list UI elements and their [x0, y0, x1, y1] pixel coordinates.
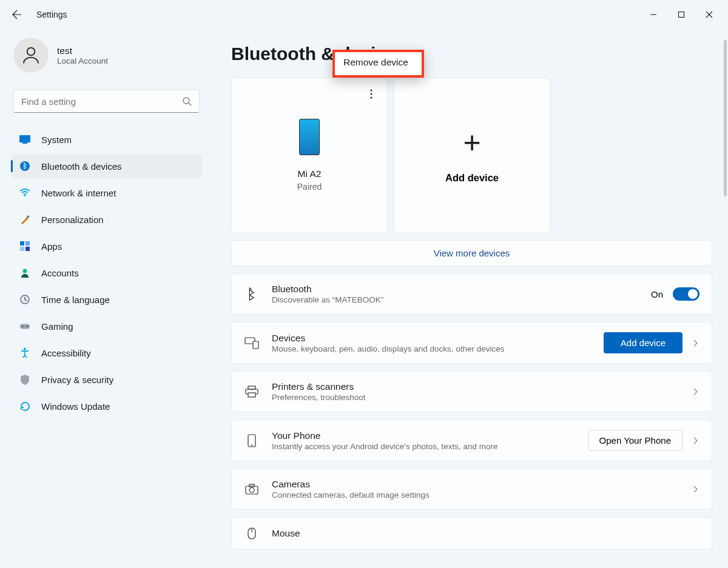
bluetooth-row-icon [244, 287, 260, 301]
back-arrow-icon [12, 10, 22, 19]
svg-rect-27 [248, 393, 255, 397]
nav-time[interactable]: Time & language [11, 287, 202, 312]
device-name: Mi A2 [298, 169, 322, 179]
nav-label: Accounts [41, 268, 79, 278]
bluetooth-title: Bluetooth [272, 284, 639, 295]
svg-rect-16 [20, 324, 30, 329]
printers-panel: Printers & scanners Preferences, trouble… [231, 371, 712, 412]
plus-icon: + [463, 127, 480, 158]
search-input[interactable] [21, 96, 182, 107]
minimize-button[interactable] [639, 5, 667, 24]
devices-panel: Devices Mouse, keyboard, pen, audio, dis… [231, 322, 712, 364]
devices-title: Devices [272, 333, 592, 344]
nav-apps[interactable]: Apps [11, 234, 202, 258]
device-more-button[interactable] [364, 87, 379, 101]
back-button[interactable] [5, 2, 29, 27]
close-icon [706, 11, 713, 18]
cameras-panel: Cameras Connected cameras, default image… [231, 469, 712, 510]
accounts-icon [19, 267, 30, 278]
svg-rect-25 [248, 386, 255, 389]
svg-point-14 [23, 269, 27, 273]
your-phone-title: Your Phone [272, 430, 576, 441]
device-card-mia2[interactable]: Mi A2 Paired [231, 78, 388, 233]
scrollbar-thumb[interactable] [724, 40, 727, 196]
svg-point-22 [370, 96, 372, 98]
nav-bluetooth[interactable]: Bluetooth & devices [11, 154, 202, 178]
nav-label: Privacy & security [41, 375, 113, 385]
avatar [13, 38, 49, 73]
add-device-card[interactable]: + Add device [394, 78, 550, 233]
window-controls [639, 5, 723, 24]
wifi-icon [19, 187, 30, 198]
nav-label: Windows Update [41, 401, 110, 412]
nav-network[interactable]: Network & internet [11, 181, 202, 205]
cameras-sub: Connected cameras, default image setting… [272, 490, 680, 500]
maximize-button[interactable] [667, 5, 695, 24]
toggle-state: On [651, 289, 663, 299]
nav-gaming[interactable]: Gaming [11, 314, 202, 338]
printers-sub: Preferences, troubleshoot [272, 393, 680, 402]
bluetooth-icon [19, 161, 30, 172]
account-type: Local Account [57, 56, 108, 65]
nav-label: Network & internet [41, 188, 116, 198]
chevron-right-icon [692, 486, 699, 493]
nav-accessibility[interactable]: Accessibility [11, 341, 202, 365]
printers-row[interactable]: Printers & scanners Preferences, trouble… [232, 372, 712, 412]
search-box[interactable] [13, 90, 200, 113]
chevron-right-icon [692, 339, 699, 347]
svg-rect-1 [679, 12, 684, 18]
view-more-link[interactable]: View more devices [232, 241, 712, 266]
profile-block[interactable]: test Local Account [11, 34, 202, 81]
devices-row[interactable]: Devices Mouse, keyboard, pen, audio, dis… [232, 322, 712, 363]
add-device-label: Add device [445, 172, 499, 184]
nav-label: Apps [41, 241, 62, 252]
your-phone-row[interactable]: Your Phone Instantly access your Android… [232, 420, 712, 461]
nav-privacy[interactable]: Privacy & security [11, 367, 202, 392]
main-content: Bluetooth & devices Mi A2 Paired + Add d… [209, 29, 728, 568]
bluetooth-toggle[interactable] [673, 287, 699, 301]
bluetooth-toggle-panel: Bluetooth Discoverable as “MATEBOOK” On [231, 273, 712, 315]
search-icon [182, 96, 192, 106]
sidebar: test Local Account System Bluetooth & de… [0, 29, 209, 568]
nav-label: Time & language [41, 295, 110, 305]
nav-accounts[interactable]: Accounts [11, 261, 202, 285]
svg-point-18 [27, 326, 28, 327]
system-icon [19, 134, 30, 145]
mouse-row[interactable]: Mouse [232, 518, 712, 549]
svg-point-8 [24, 195, 26, 197]
clock-icon [19, 294, 30, 305]
minimize-icon [650, 11, 657, 18]
remove-device-text: Remove device [343, 57, 408, 68]
svg-point-20 [370, 89, 372, 91]
add-device-button[interactable]: Add device [604, 332, 682, 353]
your-phone-icon [244, 434, 260, 447]
svg-rect-10 [20, 241, 24, 246]
your-phone-sub: Instantly access your Android device's p… [272, 442, 576, 451]
svg-point-32 [249, 488, 254, 493]
nav-system[interactable]: System [11, 127, 202, 152]
apps-icon [19, 241, 30, 252]
remove-device-popup[interactable]: Remove device [332, 50, 424, 78]
brush-icon [19, 214, 30, 225]
gamepad-icon [19, 321, 30, 332]
svg-rect-12 [20, 247, 24, 251]
nav-label: Gaming [41, 321, 73, 332]
close-button[interactable] [695, 5, 723, 24]
nav-update[interactable]: Windows Update [11, 394, 202, 418]
printer-icon [244, 386, 260, 398]
nav-label: Accessibility [41, 348, 91, 358]
mouse-panel: Mouse [231, 517, 712, 550]
shield-icon [19, 374, 30, 385]
mouse-icon [244, 527, 260, 540]
nav-personalization[interactable]: Personalization [11, 207, 202, 232]
svg-point-21 [370, 93, 372, 95]
bluetooth-row[interactable]: Bluetooth Discoverable as “MATEBOOK” On [232, 274, 712, 314]
camera-icon [244, 484, 260, 495]
nav-label: Bluetooth & devices [41, 161, 122, 172]
app-title: Settings [36, 10, 67, 19]
open-your-phone-button[interactable]: Open Your Phone [588, 430, 682, 451]
nav-label: System [41, 135, 72, 145]
cameras-row[interactable]: Cameras Connected cameras, default image… [232, 469, 712, 509]
view-more-panel[interactable]: View more devices [231, 240, 712, 266]
mouse-title: Mouse [272, 528, 699, 539]
